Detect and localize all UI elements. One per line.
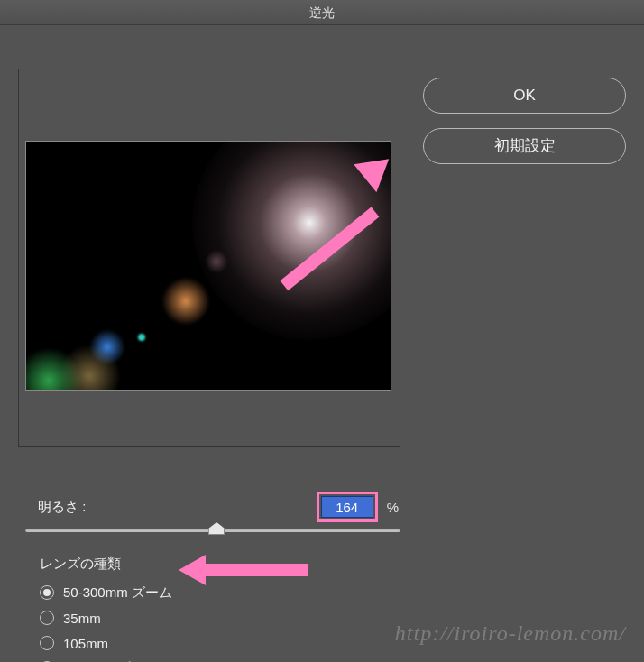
reset-button[interactable]: 初期設定 [423, 128, 626, 164]
lens-option-label: 50-300mm ズーム [63, 584, 172, 602]
flare-artifact [161, 277, 210, 326]
lens-option[interactable]: 105mm [40, 630, 172, 656]
ok-button[interactable]: OK [423, 78, 626, 114]
flare-artifact [205, 250, 228, 273]
flare-artifact [138, 334, 145, 341]
radio-icon [40, 585, 54, 600]
slider-thumb[interactable] [208, 522, 225, 535]
dialog-title: 逆光 [0, 0, 644, 25]
brightness-slider[interactable] [25, 529, 400, 532]
brightness-unit: % [387, 500, 399, 515]
annotation-arrow [200, 564, 308, 576]
radio-icon [40, 611, 54, 625]
annotation-highlight [317, 492, 378, 522]
lens-type-header: レンズの種類 [40, 556, 172, 573]
preview-canvas[interactable] [25, 141, 391, 391]
lens-option-label: 105mm [63, 636, 108, 651]
radio-icon [40, 636, 54, 650]
lens-option[interactable]: ムービープライム [40, 656, 172, 662]
lens-option[interactable]: 50-300mm ズーム [40, 580, 172, 605]
flare-ray [391, 141, 391, 143]
lens-option-label: 35mm [63, 611, 101, 626]
watermark-text: http://iroiro-lemon.com/ [395, 621, 626, 646]
brightness-label: 明るさ : [38, 499, 317, 516]
lens-option[interactable]: 35mm [40, 605, 172, 630]
annotation-arrow-head [179, 555, 206, 585]
brightness-input[interactable] [321, 496, 373, 518]
